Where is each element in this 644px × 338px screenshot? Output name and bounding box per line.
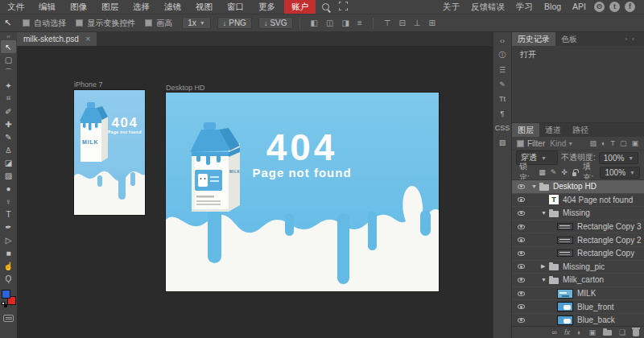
blur-tool[interactable]: ● [1, 182, 16, 195]
link-about[interactable]: 关于 [437, 2, 465, 13]
lock-transparency-icon[interactable]: ▦ [536, 168, 548, 176]
visibility-eye-icon[interactable] [518, 264, 525, 269]
close-icon[interactable]: × [85, 32, 90, 46]
gradient-tool[interactable]: ▨ [1, 169, 16, 182]
new-group-icon[interactable] [603, 330, 612, 336]
menu-layer[interactable]: 图层 [94, 0, 126, 14]
crop-tool[interactable]: ⌗ [1, 92, 16, 105]
shape-tool[interactable]: ■ [1, 246, 16, 259]
menu-image[interactable]: 图像 [63, 0, 94, 14]
path-select-tool[interactable]: ▷ [1, 233, 16, 246]
menu-file[interactable]: 文件 [0, 0, 31, 14]
paragraph-panel-icon[interactable]: ¶ [494, 106, 511, 120]
adjustment-layer-icon[interactable]: ◐ [577, 327, 581, 338]
layer-missing[interactable]: ▼ Missing [512, 207, 644, 221]
third-option-checkbox[interactable] [145, 19, 152, 27]
filter-checkbox[interactable] [517, 140, 524, 147]
visibility-eye-icon[interactable] [518, 211, 525, 216]
align-left-icon[interactable]: ◧ [307, 19, 322, 27]
hand-tool[interactable]: ☝ [1, 259, 16, 272]
link-blog[interactable]: Blog [539, 2, 567, 13]
artboard-iphone[interactable]: MILK 404 Page not found [74, 90, 145, 215]
history-step-open[interactable]: 打开 [512, 46, 644, 64]
expand-caret-icon[interactable]: ▼ [531, 183, 539, 189]
default-colors-icon[interactable] [2, 302, 5, 305]
pen-tool[interactable]: ✒ [1, 221, 16, 233]
filter-adjustment-icon[interactable]: ◐ [599, 139, 608, 147]
reddit-icon[interactable]: ʘ [594, 2, 605, 12]
lock-all-icon[interactable] [572, 172, 576, 176]
new-layer-icon[interactable]: ❏ [619, 327, 625, 338]
auto-select-checkbox[interactable] [23, 19, 30, 27]
tab-paths[interactable]: 路径 [567, 123, 594, 137]
fill-dropdown[interactable]: 100%▼ [600, 167, 640, 179]
canvas[interactable]: iPhone 7 [17, 46, 493, 338]
character-panel-icon[interactable]: Tt [494, 92, 511, 105]
link-report-bug[interactable]: 反馈错误 [465, 2, 510, 13]
align-right-icon[interactable]: ◨ [337, 19, 353, 27]
filter-shape-icon[interactable]: ▢ [617, 139, 630, 147]
expand-caret-icon[interactable]: ▼ [541, 210, 549, 216]
keyboard-icon[interactable] [3, 315, 14, 322]
export-svg-button[interactable]: ↓SVG [258, 17, 293, 29]
layer-effects-icon[interactable]: fx [564, 327, 570, 338]
visibility-eye-icon[interactable] [518, 278, 525, 282]
tab-history[interactable]: 历史记录 [512, 32, 555, 46]
panel-collapse-icon[interactable]: ‹› [494, 34, 511, 47]
layer-blue-front[interactable]: Blue_front [512, 300, 644, 314]
image-panel-icon[interactable]: ▨ [494, 135, 511, 149]
link-layers-icon[interactable]: ∞ [552, 327, 557, 338]
visibility-eye-icon[interactable] [518, 184, 525, 189]
dodge-tool[interactable]: ♀ [1, 195, 16, 208]
layer-milk-carton[interactable]: ▼ Milk_carton [512, 274, 644, 287]
delete-layer-icon[interactable] [633, 329, 639, 336]
healing-tool[interactable]: ✚ [1, 117, 16, 130]
menu-select[interactable]: 选择 [126, 0, 157, 14]
panel-collapse-icon[interactable]: › ‹ [625, 32, 644, 46]
export-scale-dropdown[interactable]: 1x▼ [182, 17, 211, 29]
visibility-eye-icon[interactable] [518, 291, 525, 296]
layer-mask-icon[interactable]: ▣ [588, 327, 596, 338]
menu-more[interactable]: 更多 [251, 0, 283, 14]
visibility-eye-icon[interactable] [518, 304, 525, 309]
filter-type-icon[interactable]: T [608, 139, 617, 147]
magic-wand-tool[interactable]: ✦ [1, 79, 16, 92]
lock-position-icon[interactable]: ✜ [559, 168, 570, 176]
align-bottom-icon[interactable]: ⊥ [410, 19, 425, 27]
align-center-icon[interactable]: ◫ [322, 19, 337, 27]
filter-pixel-icon[interactable]: ▨ [588, 139, 600, 147]
lasso-tool[interactable]: ⌒ [1, 66, 16, 79]
expand-caret-icon[interactable]: ▼ [541, 277, 549, 282]
kind-dropdown[interactable]: Kind [550, 139, 566, 148]
zoom-tool[interactable]: Ǫ [1, 272, 16, 285]
layer-milk[interactable]: MILK [512, 287, 644, 301]
visibility-eye-icon[interactable] [518, 318, 525, 323]
color-swatches[interactable] [2, 290, 16, 305]
opacity-dropdown[interactable]: 100%▼ [599, 152, 639, 164]
distribute-horizontal-icon[interactable]: ⊞ [425, 19, 440, 27]
twitter-icon[interactable]: t [609, 2, 620, 12]
eyedropper-tool[interactable]: ✐ [1, 105, 16, 117]
layer-desktop-hd[interactable]: ▼ Desktop HD [512, 180, 644, 194]
layer-rect-copy[interactable]: Rectangle Copy [512, 247, 644, 261]
brush-tool[interactable]: ✎ [1, 130, 16, 143]
artboard-label-desktop[interactable]: Desktop HD [166, 84, 205, 92]
visibility-eye-icon[interactable] [518, 225, 525, 229]
clone-stamp-tool[interactable]: ♙ [1, 143, 16, 156]
expand-caret-icon[interactable]: ▶ [541, 263, 549, 270]
menu-window[interactable]: 窗口 [220, 0, 251, 14]
menu-filter[interactable]: 滤镜 [157, 0, 188, 14]
tab-swatches[interactable]: 色板 [555, 32, 583, 46]
foreground-color-swatch[interactable] [2, 290, 10, 299]
properties-panel-icon[interactable]: ☰ [494, 63, 511, 76]
layer-404-text[interactable]: 404 Page not found [512, 194, 644, 208]
artboard-label-iphone[interactable]: iPhone 7 [74, 80, 103, 89]
layer-rect-copy-3[interactable]: Rectangle Copy 3 [512, 221, 644, 234]
facebook-icon[interactable]: f [625, 2, 635, 12]
css-panel-icon[interactable]: CSS [494, 121, 511, 134]
visibility-eye-icon[interactable] [518, 251, 525, 256]
search-icon[interactable] [322, 3, 329, 10]
tab-channels[interactable]: 通道 [539, 123, 567, 137]
show-transform-checkbox[interactable] [76, 19, 83, 27]
tab-layers[interactable]: 图层 [512, 123, 539, 137]
